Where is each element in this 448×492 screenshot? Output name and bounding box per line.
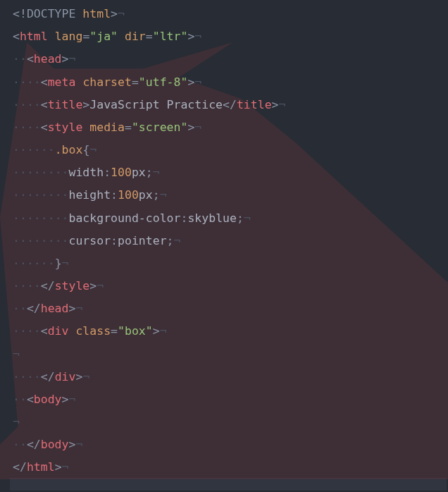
token-attr: html: [82, 7, 111, 20]
token-tagname: title: [48, 98, 83, 111]
code-line-4[interactable]: ····<meta charset="utf-8">¬: [13, 71, 448, 94]
token-punct: >: [55, 460, 62, 474]
line-ending-icon: ¬: [69, 52, 76, 66]
token-val: "box": [118, 324, 153, 338]
token-punct: <: [41, 324, 48, 338]
token-attr: media: [89, 121, 125, 134]
line-ending-icon: ¬: [97, 279, 104, 293]
line-ending-icon: ¬: [118, 7, 125, 20]
code-editor[interactable]: <!DOCTYPE html>¬<html lang="ja" dir="ltr…: [0, 0, 448, 479]
token-val: "utf-8": [139, 75, 188, 89]
token-punct: >: [69, 438, 76, 451]
line-ending-icon: ¬: [75, 302, 82, 315]
token-num: 100: [111, 166, 132, 179]
line-ending-icon: ¬: [194, 121, 201, 134]
token-cssclass: .box: [55, 143, 83, 156]
token-txt: [69, 324, 76, 338]
scrollbar-track[interactable]: [10, 478, 447, 491]
token-tagname: title: [237, 98, 272, 111]
token-tagname: html: [27, 460, 55, 474]
token-punct: :: [180, 211, 187, 225]
line-ending-icon: ¬: [279, 98, 286, 111]
token-txt: [118, 30, 125, 43]
token-kw: px: [132, 166, 146, 179]
code-line-11[interactable]: ········cursor:pointer;¬: [13, 230, 448, 252]
token-punct: }: [55, 257, 62, 270]
token-punct: {: [82, 143, 89, 156]
code-line-10[interactable]: ········background-color:skyblue;¬: [13, 207, 448, 230]
code-line-16[interactable]: ¬: [13, 343, 448, 366]
code-line-8[interactable]: ········width:100px;¬: [13, 161, 448, 184]
code-line-3[interactable]: ··<head>¬: [13, 48, 448, 70]
token-txt: JavaScript Practice: [89, 98, 223, 111]
token-num: 100: [118, 188, 139, 202]
token-punct: </: [223, 98, 237, 111]
token-doctype: DOCTYPE: [27, 7, 76, 20]
token-tagname: body: [34, 393, 62, 406]
token-attr: charset: [82, 75, 132, 89]
token-punct: <: [13, 30, 20, 43]
line-ending-icon: ¬: [194, 30, 201, 43]
token-punct: >: [187, 75, 194, 89]
line-ending-icon: ¬: [174, 234, 181, 247]
code-line-18[interactable]: ··<body>¬: [13, 388, 448, 411]
token-punct: <: [41, 121, 48, 134]
token-txt: [48, 30, 55, 43]
line-ending-icon: ¬: [75, 438, 82, 451]
token-punct: =: [125, 121, 132, 134]
code-line-21[interactable]: </html>¬: [13, 456, 448, 479]
token-punct: >: [75, 370, 82, 383]
line-ending-icon: ¬: [244, 211, 251, 225]
token-kw: skyblue: [187, 211, 237, 225]
token-punct: <: [27, 52, 34, 66]
token-punct: >: [111, 7, 118, 20]
token-punct: ;: [146, 166, 153, 179]
token-punct: <: [41, 98, 48, 111]
token-punct: :: [111, 188, 118, 202]
token-punct: </: [27, 438, 41, 451]
token-punct: >: [82, 98, 89, 111]
token-punct: >: [187, 121, 194, 134]
token-tagname: html: [20, 30, 48, 43]
code-line-17[interactable]: ····</div>¬: [13, 366, 448, 388]
token-punct: =: [82, 30, 89, 43]
token-punct: :: [111, 234, 118, 247]
line-ending-icon: ¬: [160, 188, 167, 202]
code-line-2[interactable]: <html lang="ja" dir="ltr">¬: [13, 25, 448, 48]
token-tagname: div: [48, 324, 69, 338]
code-line-13[interactable]: ····</style>¬: [13, 275, 448, 297]
code-line-1[interactable]: <!DOCTYPE html>¬: [13, 3, 448, 25]
token-punct: =: [146, 30, 153, 43]
code-line-7[interactable]: ······.box{¬: [13, 139, 448, 161]
token-punct: :: [104, 166, 111, 179]
token-punct: >: [272, 98, 279, 111]
code-line-6[interactable]: ····<style media="screen">¬: [13, 116, 448, 139]
line-ending-icon: ¬: [160, 324, 167, 338]
line-ending-icon: ¬: [13, 348, 20, 361]
token-val: "ltr": [153, 30, 188, 43]
token-punct: <: [27, 393, 34, 406]
code-line-9[interactable]: ········height:100px;¬: [13, 184, 448, 207]
code-line-19[interactable]: ¬: [13, 411, 448, 433]
code-line-12[interactable]: ······}¬: [13, 252, 448, 275]
token-tagname: head: [41, 302, 69, 315]
token-tagname: body: [41, 438, 69, 451]
token-attr: lang: [55, 30, 83, 43]
token-punct: >: [153, 324, 160, 338]
token-punct: ;: [167, 234, 174, 247]
token-punct: ;: [153, 188, 160, 202]
token-punct: </: [13, 460, 27, 474]
code-line-20[interactable]: ··</body>¬: [13, 433, 448, 456]
token-tagname: meta: [48, 75, 76, 89]
code-line-14[interactable]: ··</head>¬: [13, 297, 448, 320]
token-tagname: style: [55, 279, 90, 293]
token-punct: </: [27, 302, 41, 315]
code-line-15[interactable]: ····<div class="box">¬: [13, 320, 448, 343]
line-ending-icon: ¬: [194, 75, 201, 89]
code-line-5[interactable]: ····<title>JavaScript Practice</title>¬: [13, 94, 448, 116]
token-punct: >: [187, 30, 194, 43]
token-punct: =: [111, 324, 118, 338]
token-punct: <!: [13, 7, 27, 20]
token-txt: [82, 121, 89, 134]
line-ending-icon: ¬: [62, 257, 69, 270]
